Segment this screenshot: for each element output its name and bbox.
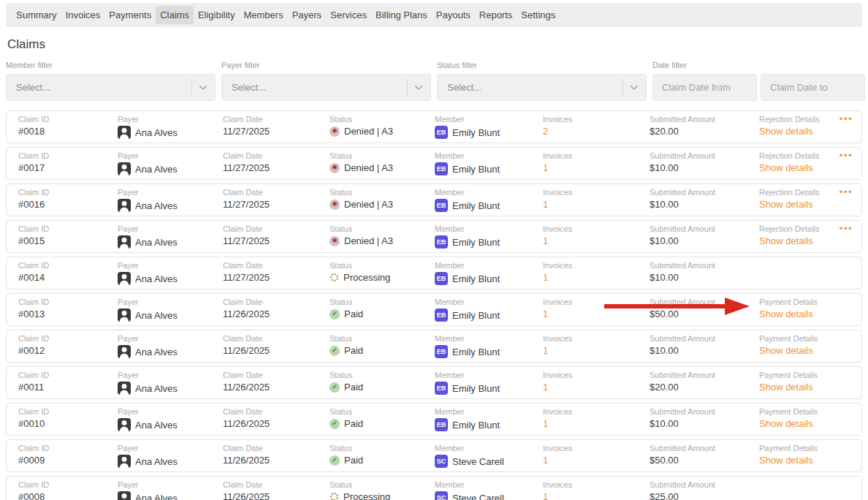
invoices-count-link[interactable]: 1 — [543, 308, 650, 319]
submitted-amount-value: $25.00 — [650, 491, 759, 500]
claim-id-label: Claim ID — [18, 444, 118, 452]
member-cell: Member EB Emily Blunt — [435, 188, 543, 212]
submitted-amount-cell: Submitted Amount $10.00 — [650, 188, 759, 212]
denied-status-icon: ✱ — [330, 126, 340, 137]
invoices-count-link[interactable]: 1 — [543, 272, 650, 283]
status-label: Status — [330, 334, 435, 343]
status-cell: Status ✓ Paid — [330, 407, 435, 431]
member-label: Member — [435, 407, 543, 416]
claim-id-cell: Claim ID #0018 — [18, 115, 118, 139]
payer-label: Payer — [118, 115, 223, 124]
invoices-count-link[interactable]: 1 — [543, 455, 650, 466]
nav-item-eligibility[interactable]: Eligibility — [194, 6, 240, 24]
invoices-count-link[interactable]: 1 — [543, 382, 650, 393]
show-details-link[interactable]: Show details — [759, 235, 850, 246]
claim-date-cell: Claim Date 11/27/2025 — [223, 261, 330, 285]
invoices-cell: Invoices 1 — [543, 334, 650, 358]
invoices-count-link[interactable]: 1 — [543, 235, 650, 246]
payer-filter-placeholder: Select... — [232, 82, 407, 93]
status-cell: Status ✱ Denied | A3 — [330, 151, 435, 175]
row-menu-button[interactable]: ••• — [840, 187, 853, 197]
show-details-link[interactable]: Show details — [759, 199, 850, 210]
nav-item-payers[interactable]: Payers — [288, 6, 326, 24]
nav-item-members[interactable]: Members — [239, 6, 287, 24]
claim-date-label: Claim Date — [223, 371, 330, 379]
payer-avatar-icon — [118, 162, 131, 175]
nav-item-summary[interactable]: Summary — [12, 6, 61, 24]
claim-date-cell: Claim Date 11/26/2025 — [223, 407, 330, 431]
claim-row: Claim ID #0011 Payer Ana Alves Claim Dat… — [6, 366, 862, 399]
submitted-amount-label: Submitted Amount — [650, 298, 759, 306]
submitted-amount-label: Submitted Amount — [650, 334, 759, 343]
status-label: Status — [330, 480, 435, 489]
payer-cell: Payer Ana Alves — [118, 115, 223, 139]
invoices-count-link[interactable]: 1 — [543, 491, 650, 500]
row-menu-button[interactable]: ••• — [840, 114, 853, 124]
payer-filter-select[interactable]: Select... — [221, 74, 431, 101]
invoices-cell: Invoices 1 — [543, 444, 650, 468]
invoices-cell: Invoices 1 — [543, 151, 650, 175]
claim-date-from-input[interactable] — [652, 74, 757, 101]
claim-id-label: Claim ID — [18, 371, 118, 379]
claim-row: Claim ID #0010 Payer Ana Alves Claim Dat… — [6, 403, 862, 436]
show-details-link[interactable]: Show details — [759, 418, 850, 429]
submitted-amount-cell: Submitted Amount $10.00 — [650, 151, 759, 175]
claim-id-cell: Claim ID #0015 — [18, 224, 118, 249]
show-details-link[interactable]: Show details — [759, 345, 850, 356]
status-filter-group: Status filter Select... — [437, 61, 647, 101]
show-details-link[interactable]: Show details — [759, 308, 850, 319]
invoices-count-link[interactable]: 1 — [543, 345, 650, 356]
invoices-count-link[interactable]: 2 — [543, 126, 650, 137]
payer-avatar-icon — [118, 199, 131, 212]
invoices-count-link[interactable]: 1 — [543, 199, 650, 210]
invoices-count-link[interactable]: 1 — [543, 418, 650, 429]
claims-list: Claim ID #0018 Payer Ana Alves Claim Dat… — [6, 110, 862, 500]
claim-id-value: #0017 — [18, 162, 118, 173]
status-cell: Status Processing — [330, 261, 435, 285]
show-details-link[interactable]: Show details — [759, 162, 850, 173]
status-cell: Status ✓ Paid — [330, 444, 435, 468]
nav-item-billing-plans[interactable]: Billing Plans — [371, 6, 432, 24]
submitted-amount-label: Submitted Amount — [650, 151, 759, 160]
submitted-amount-value: $10.00 — [650, 162, 759, 173]
status-label: Status — [330, 444, 435, 452]
claim-date-label: Claim Date — [223, 188, 330, 197]
claim-row: Claim ID #0017 Payer Ana Alves Claim Dat… — [6, 147, 862, 180]
nav-item-reports[interactable]: Reports — [475, 6, 517, 24]
details-cell: Payment Details Show details — [759, 298, 850, 322]
status-value: Processing — [343, 272, 390, 283]
invoices-count-link[interactable]: 1 — [543, 162, 650, 173]
claim-id-value: #0009 — [18, 455, 118, 466]
show-details-link[interactable]: Show details — [759, 455, 850, 466]
member-label: Member — [435, 188, 543, 197]
submitted-amount-cell: Submitted Amount $10.00 — [650, 407, 759, 431]
nav-item-invoices[interactable]: Invoices — [61, 6, 105, 24]
processing-spinner-icon — [330, 493, 338, 500]
nav-item-claims[interactable]: Claims — [156, 6, 194, 24]
nav-item-services[interactable]: Services — [326, 6, 371, 24]
row-menu-button[interactable]: ••• — [840, 151, 853, 160]
payer-avatar-icon — [118, 308, 131, 322]
member-filter-select[interactable]: Select... — [6, 74, 216, 101]
payer-name: Ana Alves — [135, 456, 178, 467]
claim-id-cell: Claim ID #0010 — [18, 407, 118, 431]
payer-cell: Payer Ana Alves — [118, 261, 223, 285]
member-name: Emily Blunt — [452, 420, 500, 431]
show-details-link[interactable]: Show details — [759, 382, 850, 393]
member-label: Member — [435, 261, 543, 270]
row-menu-button[interactable]: ••• — [840, 224, 853, 233]
payer-avatar-icon — [118, 455, 131, 468]
show-details-link[interactable]: Show details — [759, 126, 850, 137]
claim-date-label: Claim Date — [223, 115, 330, 124]
claim-date-to-input[interactable] — [761, 74, 865, 101]
nav-item-settings[interactable]: Settings — [517, 6, 560, 24]
nav-item-payments[interactable]: Payments — [104, 6, 156, 24]
member-initials-badge: EB — [435, 345, 448, 358]
claim-id-label: Claim ID — [18, 151, 118, 160]
status-value: Denied | A3 — [344, 126, 393, 137]
status-filter-select[interactable]: Select... — [437, 74, 647, 101]
nav-item-payouts[interactable]: Payouts — [432, 6, 475, 24]
member-initials-badge: EB — [435, 126, 448, 139]
payer-name: Ana Alves — [135, 164, 178, 175]
status-label: Status — [330, 371, 435, 379]
